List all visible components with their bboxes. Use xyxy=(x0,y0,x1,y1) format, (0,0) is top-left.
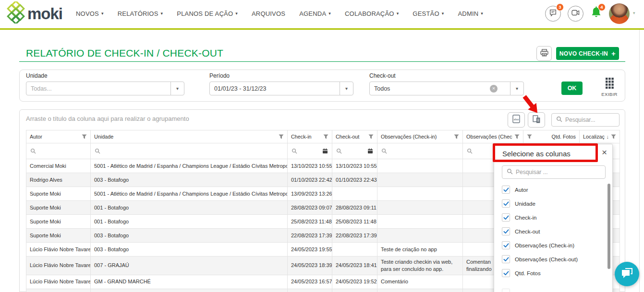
popup-scrollbar[interactable] xyxy=(608,184,610,269)
sort-descending-icon: ↓ xyxy=(607,134,609,140)
nav-item-relatorios[interactable]: RELATÓRIOS▾ xyxy=(118,10,163,17)
chat-widget-button[interactable] xyxy=(615,262,639,286)
column-checkbox-autor[interactable]: Autor xyxy=(502,183,603,197)
column-header-qtd-fotos[interactable]: Qtd. Fotos xyxy=(523,130,580,143)
checkout-input[interactable] xyxy=(370,82,490,95)
title-underline xyxy=(19,61,625,62)
checkout-dropdown-button[interactable]: ▾ xyxy=(510,82,523,95)
grid-search xyxy=(551,113,620,127)
messages-button[interactable]: 3 xyxy=(545,6,561,22)
content-edge-divider xyxy=(639,30,640,292)
chevron-down-icon: ▾ xyxy=(345,86,348,91)
svg-text:xlsx: xlsx xyxy=(514,118,519,121)
column-chooser-popup: Selecione as colunas × Autor Unidade Che… xyxy=(494,144,613,292)
filter-icon xyxy=(323,134,328,139)
column-checkbox-obs-checkout[interactable]: Observações (Check-out) xyxy=(502,252,603,266)
unidade-label: Unidade xyxy=(26,72,184,79)
periodo-dropdown-button[interactable]: ▾ xyxy=(340,82,353,95)
plus-icon: + xyxy=(611,50,616,57)
column-checkbox-checkout[interactable]: Check-out xyxy=(502,224,603,238)
search-icon xyxy=(30,148,36,154)
exibir-button[interactable]: EXIBIR xyxy=(595,78,624,97)
checkbox-checked-icon xyxy=(502,241,510,249)
checkbox-icon xyxy=(502,289,510,292)
column-checkbox-obs-checkin[interactable]: Observações (Check-in) xyxy=(502,238,603,252)
nav-item-colaboracao[interactable]: COLABORAÇÃO▾ xyxy=(345,10,399,17)
chevron-down-icon: ▾ xyxy=(161,11,163,16)
unidade-dropdown-button[interactable]: ▾ xyxy=(170,82,184,95)
navbar-actions: 3 4 xyxy=(545,3,630,24)
search-icon xyxy=(95,148,100,154)
column-header-localizacao[interactable]: Localização↓ xyxy=(580,130,620,143)
checkout-field: Check-out × ▾ xyxy=(369,72,524,95)
group-by-hint: Arraste o título da coluna aqui para rea… xyxy=(26,115,189,122)
nav-item-gestao[interactable]: GESTÃO▾ xyxy=(413,10,444,17)
search-icon xyxy=(292,148,297,154)
filter-cell-obs-checkin[interactable] xyxy=(377,143,463,159)
column-checkbox-partial[interactable] xyxy=(502,286,603,292)
moki-logo[interactable]: moki xyxy=(7,1,62,25)
checkbox-checked-icon xyxy=(502,269,510,277)
column-header-unidade[interactable]: Unidade xyxy=(91,130,288,143)
filter-cell-unidade[interactable] xyxy=(91,143,288,159)
calendar-icon xyxy=(322,148,328,154)
filter-icon xyxy=(368,134,374,139)
page-title: RELATÓRIO DE CHECK-IN / CHECK-OUT xyxy=(26,47,223,59)
column-checkbox-qtd-fotos[interactable]: Qtd. Fotos xyxy=(502,266,603,280)
column-header-checkin[interactable]: Check-in xyxy=(288,130,332,143)
export-xlsx-button[interactable]: xlsx xyxy=(508,112,525,128)
column-checkbox-checkin[interactable]: Check-in xyxy=(502,210,603,224)
column-list: Autor Unidade Check-in Check-out Observa… xyxy=(502,183,603,292)
column-search-input[interactable] xyxy=(516,169,605,175)
chevron-down-icon: ▾ xyxy=(481,11,483,16)
filters-panel: Unidade ▾ Período ▾ Check-out × ▾ OK xyxy=(19,70,625,102)
column-header-obs-checkin[interactable]: Observações (Check-in) xyxy=(377,130,463,143)
filter-icon xyxy=(514,134,520,139)
chevron-down-icon: ▾ xyxy=(442,11,444,16)
notifications-button[interactable]: 4 xyxy=(590,6,602,21)
filter-cell-checkout[interactable] xyxy=(332,143,377,159)
grid-search-input[interactable] xyxy=(565,117,619,123)
video-camera-icon xyxy=(571,9,580,18)
search-icon xyxy=(502,168,516,176)
periodo-input[interactable] xyxy=(210,82,340,95)
search-icon xyxy=(467,148,473,154)
chevron-down-icon: ▾ xyxy=(101,11,104,16)
nav-item-agenda[interactable]: AGENDA▾ xyxy=(299,10,331,17)
chat-bubble-icon xyxy=(620,267,633,281)
column-search xyxy=(502,165,606,179)
page-chevron-icon[interactable]: ▾ xyxy=(633,11,635,15)
close-icon[interactable]: × xyxy=(602,148,607,157)
column-header-checkout[interactable]: Check-out xyxy=(332,130,377,143)
clear-icon[interactable]: × xyxy=(490,85,498,93)
user-avatar[interactable] xyxy=(609,3,630,24)
speech-bubble-icon xyxy=(549,9,557,19)
filter-cell-autor[interactable] xyxy=(26,143,91,159)
new-checkin-button[interactable]: NOVO CHECK-IN + xyxy=(556,47,619,60)
chevron-down-icon: ▾ xyxy=(397,11,399,16)
notifications-badge: 4 xyxy=(598,3,606,11)
checkout-label: Check-out xyxy=(369,72,524,79)
unidade-input[interactable] xyxy=(26,82,170,95)
filter-cell-checkin[interactable] xyxy=(288,143,332,159)
column-chooser-button[interactable] xyxy=(528,112,545,128)
top-navbar: moki NOVOS▾ RELATÓRIOS▾ PLANOS DE AÇÃO▾ … xyxy=(0,0,644,30)
column-checkbox-unidade[interactable]: Unidade xyxy=(502,197,603,210)
chevron-down-icon: ▾ xyxy=(176,86,179,91)
nav-item-arquivos[interactable]: ARQUIVOS xyxy=(252,10,285,17)
nav-item-admin[interactable]: ADMIN▾ xyxy=(458,10,483,17)
chevron-down-icon: ▾ xyxy=(235,11,238,16)
checkbox-checked-icon xyxy=(502,213,510,222)
moki-logo-text: moki xyxy=(27,6,62,22)
video-button[interactable] xyxy=(568,6,583,22)
nav-item-novos[interactable]: NOVOS▾ xyxy=(76,10,104,17)
checkbox-checked-icon xyxy=(502,186,510,194)
printer-icon xyxy=(540,49,548,58)
column-header-obs-checkout[interactable]: Observações (Check-out) xyxy=(463,130,523,143)
filter-icon xyxy=(454,134,459,139)
print-button[interactable] xyxy=(536,46,552,61)
nav-item-planos-de-acao[interactable]: PLANOS DE AÇÃO▾ xyxy=(177,10,238,17)
ok-button[interactable]: OK xyxy=(561,82,583,95)
search-icon xyxy=(552,116,565,124)
column-header-autor[interactable]: Autor xyxy=(26,130,91,143)
